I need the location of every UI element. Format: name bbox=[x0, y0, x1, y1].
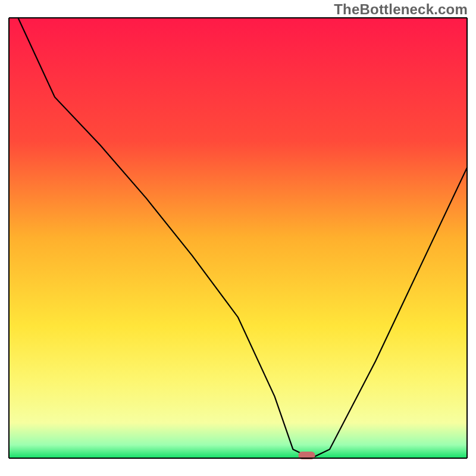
bottleneck-chart: TheBottleneck.com bbox=[0, 0, 476, 476]
chart-svg bbox=[0, 0, 476, 476]
gradient-background bbox=[9, 18, 467, 458]
watermark-text: TheBottleneck.com bbox=[334, 1, 468, 18]
